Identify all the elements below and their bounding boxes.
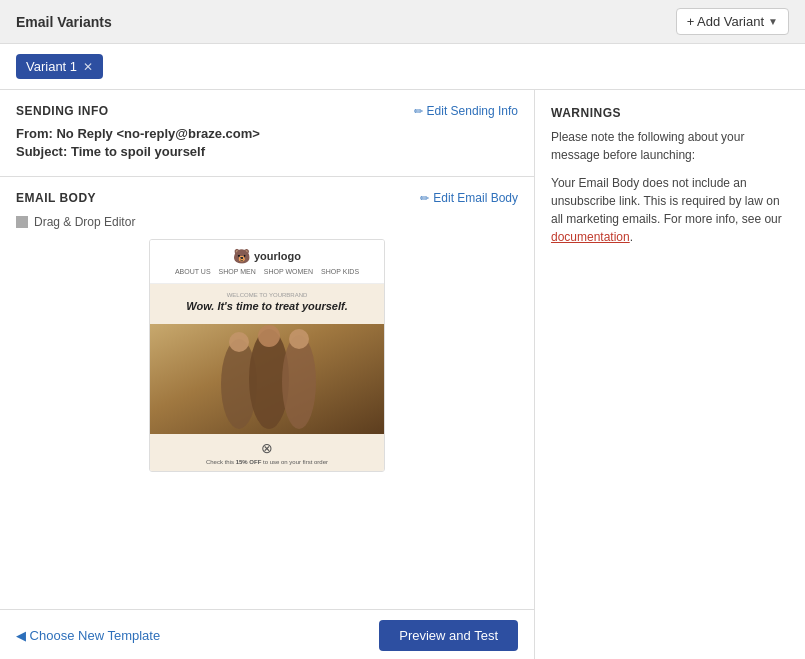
warnings-body-text: Your Email Body does not include an unsu… xyxy=(551,176,782,226)
nav-item-0: ABOUT US xyxy=(175,268,211,275)
pencil-icon-body: ✏ xyxy=(420,192,429,205)
add-variant-button[interactable]: + Add Variant ▼ xyxy=(676,8,789,35)
drag-drop-icon xyxy=(16,216,28,228)
sending-info-header: SENDING INFO ✏ Edit Sending Info xyxy=(16,104,518,118)
svg-point-3 xyxy=(282,335,316,429)
subject-label: Subject: xyxy=(16,144,67,159)
right-panel: WARNINGS Please note the following about… xyxy=(535,90,805,659)
bear-icon: 🐻 xyxy=(233,248,250,264)
subject-row: Subject: Time to spoil yourself xyxy=(16,144,518,159)
warnings-title: WARNINGS xyxy=(551,106,789,120)
warnings-text-2: Your Email Body does not include an unsu… xyxy=(551,174,789,246)
edit-email-body-label: Edit Email Body xyxy=(433,191,518,205)
preview-nav: ABOUT US SHOP MEN SHOP WOMEN SHOP KIDS xyxy=(162,268,372,275)
preview-footer-promo: ⊗ Check this 15% OFF to use on your firs… xyxy=(150,434,384,471)
preview-test-label: Preview and Test xyxy=(399,628,498,643)
bottom-bar: ◀ Choose New Template Preview and Test xyxy=(0,609,534,659)
edit-email-body-link[interactable]: ✏ Edit Email Body xyxy=(420,191,518,205)
preview-image-people xyxy=(150,324,384,434)
preview-test-button[interactable]: Preview and Test xyxy=(379,620,518,651)
subject-value: Time to spoil yourself xyxy=(71,144,205,159)
variant-tab-label: Variant 1 xyxy=(26,59,77,74)
edit-sending-info-link[interactable]: ✏ Edit Sending Info xyxy=(414,104,518,118)
warnings-body: Please note the following about your mes… xyxy=(551,128,789,246)
editor-indicator: Drag & Drop Editor xyxy=(16,215,518,229)
page-title: Email Variants xyxy=(16,14,112,30)
warnings-period: . xyxy=(630,230,633,244)
preview-hero: WELCOME TO YOURBRAND Wow. It's time to t… xyxy=(150,284,384,324)
email-body-title: EMAIL BODY xyxy=(16,191,96,205)
choose-template-button[interactable]: ◀ Choose New Template xyxy=(16,628,160,643)
svg-point-5 xyxy=(258,325,280,347)
promo-text: Check this 15% OFF to use on your first … xyxy=(156,459,378,465)
editor-type-label: Drag & Drop Editor xyxy=(34,215,135,229)
warnings-text-1: Please note the following about your mes… xyxy=(551,128,789,164)
svg-point-4 xyxy=(229,332,249,352)
variant-tab[interactable]: Variant 1 ✕ xyxy=(16,54,103,79)
preview-logo: 🐻 yourlogo xyxy=(162,248,372,264)
email-body-header: EMAIL BODY ✏ Edit Email Body xyxy=(16,191,518,205)
from-label: From: xyxy=(16,126,53,141)
add-variant-label: + Add Variant xyxy=(687,14,764,29)
preview-welcome-text: WELCOME TO YOURBRAND xyxy=(162,292,372,298)
email-body-section: EMAIL BODY ✏ Edit Email Body Drag & Drop… xyxy=(0,177,534,609)
tabs-bar: Variant 1 ✕ xyxy=(0,44,805,90)
from-value: No Reply <no-reply@braze.com> xyxy=(56,126,259,141)
close-icon[interactable]: ✕ xyxy=(83,60,93,74)
choose-template-label: ◀ Choose New Template xyxy=(16,628,160,643)
preview-header: 🐻 yourlogo ABOUT US SHOP MEN SHOP WOMEN … xyxy=(150,240,384,284)
nav-item-2: SHOP WOMEN xyxy=(264,268,313,275)
preview-headline: Wow. It's time to treat yourself. xyxy=(162,300,372,312)
top-bar: Email Variants + Add Variant ▼ xyxy=(0,0,805,44)
nav-item-3: SHOP KIDS xyxy=(321,268,359,275)
chevron-down-icon: ▼ xyxy=(768,16,778,27)
main-content: SENDING INFO ✏ Edit Sending Info From: N… xyxy=(0,90,805,659)
preview-image xyxy=(150,324,384,434)
email-preview: 🐻 yourlogo ABOUT US SHOP MEN SHOP WOMEN … xyxy=(149,239,385,472)
logo-text: yourlogo xyxy=(254,250,301,262)
left-panel: SENDING INFO ✏ Edit Sending Info From: N… xyxy=(0,90,535,659)
svg-point-6 xyxy=(289,329,309,349)
nav-item-1: SHOP MEN xyxy=(219,268,256,275)
documentation-link[interactable]: documentation xyxy=(551,230,630,244)
pencil-icon: ✏ xyxy=(414,105,423,118)
edit-sending-info-label: Edit Sending Info xyxy=(427,104,518,118)
sending-info-section: SENDING INFO ✏ Edit Sending Info From: N… xyxy=(0,90,534,177)
sending-info-title: SENDING INFO xyxy=(16,104,109,118)
from-row: From: No Reply <no-reply@braze.com> xyxy=(16,126,518,141)
